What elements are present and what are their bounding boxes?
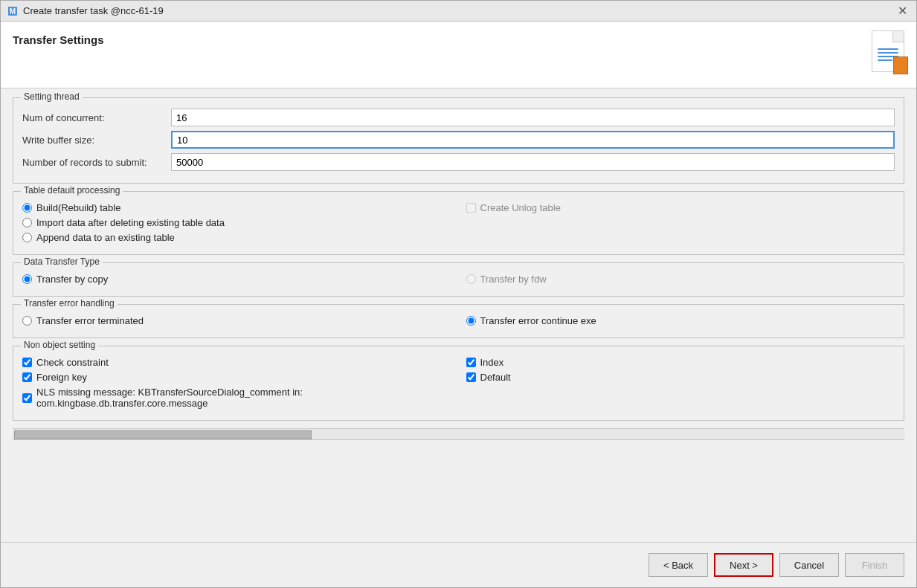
section-setting-thread: Setting thread Num of concurrent: Write …: [13, 97, 904, 184]
horizontal-scrollbar[interactable]: [13, 428, 904, 440]
default-input[interactable]: [466, 372, 476, 382]
radio-append-input[interactable]: [22, 233, 32, 242]
nls-message-input[interactable]: [22, 393, 32, 403]
title-bar-left: M Create transfer task @ncc-61-19: [7, 5, 164, 17]
num-records-row: Number of records to submit:: [22, 153, 895, 171]
dialog-title: Create transfer task @ncc-61-19: [23, 5, 164, 16]
checkbox-foreign-key[interactable]: Foreign key: [22, 372, 451, 383]
checkbox-nls-message[interactable]: NLS missing message: KBTransferSourceDia…: [22, 387, 451, 409]
section-non-object: Non object setting Check constraint Fore…: [13, 346, 904, 421]
radio-transfer-fdw: Transfer by fdw: [466, 274, 547, 285]
num-records-label: Number of records to submit:: [22, 157, 171, 168]
cancel-button[interactable]: Cancel: [779, 553, 839, 577]
app-icon: M: [7, 5, 19, 17]
section-error-handling-label: Transfer error handling: [21, 298, 118, 308]
radio-error-continue[interactable]: Transfer error continue exe: [466, 315, 596, 326]
create-unlog-row: Create Unlog table: [466, 202, 561, 213]
write-buffer-input[interactable]: [171, 131, 895, 149]
num-concurrent-input[interactable]: [171, 109, 895, 126]
title-bar: M Create transfer task @ncc-61-19 ✕: [1, 1, 916, 22]
section-transfer-type: Data Transfer Type Transfer by copy Tran…: [13, 262, 904, 297]
section-error-handling: Transfer error handling Transfer error t…: [13, 304, 904, 338]
index-input[interactable]: [466, 358, 476, 367]
radio-transfer-copy-label: Transfer by copy: [36, 274, 108, 285]
create-unlog-label: Create Unlog table: [480, 202, 561, 213]
error-handling-left: Transfer error terminated: [22, 315, 451, 330]
radio-append-label: Append data to an existing table: [36, 232, 175, 243]
dialog-footer: < Back Next > Cancel Finish: [1, 542, 916, 587]
transfer-type-left: Transfer by copy: [22, 274, 451, 288]
next-button[interactable]: Next >: [714, 553, 773, 577]
radio-import-delete-input[interactable]: [22, 218, 32, 227]
page-title: Transfer Settings: [13, 33, 104, 46]
radio-transfer-copy[interactable]: Transfer by copy: [22, 274, 451, 285]
create-unlog-col: Create Unlog table: [451, 202, 895, 213]
radio-build-rebuild-label: Build(Rebuild) table: [36, 202, 120, 213]
index-label: Index: [480, 357, 504, 368]
num-records-input[interactable]: [171, 153, 895, 171]
finish-button[interactable]: Finish: [845, 553, 904, 577]
foreign-key-label: Foreign key: [36, 372, 87, 383]
section-setting-thread-label: Setting thread: [21, 91, 83, 102]
radio-error-terminated[interactable]: Transfer error terminated: [22, 315, 451, 326]
non-object-right: Index Default: [451, 357, 895, 387]
radio-build-rebuild-input[interactable]: [22, 203, 32, 213]
radio-build-rebuild[interactable]: Build(Rebuild) table: [22, 202, 451, 213]
write-buffer-label: Write buffer size:: [22, 135, 171, 146]
radio-append[interactable]: Append data to an existing table: [22, 232, 451, 243]
back-button[interactable]: < Back: [649, 553, 708, 577]
radio-transfer-copy-input[interactable]: [22, 274, 32, 284]
radio-transfer-fdw-input: [466, 274, 476, 284]
foreign-key-input[interactable]: [22, 372, 32, 382]
dialog-header: Transfer Settings: [1, 22, 916, 88]
section-table-processing: Table default processing Build(Rebuild) …: [13, 191, 904, 255]
dialog-content: Setting thread Num of concurrent: Write …: [1, 88, 916, 542]
section-non-object-label: Non object setting: [21, 340, 98, 350]
non-object-left: Check constraint Foreign key NLS missing…: [22, 357, 451, 413]
radio-import-delete-label: Import data after deleting existing tabl…: [36, 217, 225, 228]
error-handling-right: Transfer error continue exe: [451, 315, 895, 326]
radio-error-continue-label: Transfer error continue exe: [480, 315, 596, 326]
checkbox-check-constraint[interactable]: Check constraint: [22, 357, 451, 368]
svg-text:M: M: [10, 7, 16, 16]
dialog-window: M Create transfer task @ncc-61-19 ✕ Tran…: [0, 0, 917, 588]
radio-error-continue-input[interactable]: [466, 316, 476, 326]
table-processing-options: Build(Rebuild) table Import data after d…: [22, 202, 451, 247]
create-unlog-checkbox: [466, 203, 476, 213]
num-concurrent-row: Num of concurrent:: [22, 109, 895, 126]
write-buffer-row: Write buffer size:: [22, 131, 895, 149]
check-constraint-input[interactable]: [22, 358, 32, 367]
check-constraint-label: Check constraint: [36, 357, 109, 368]
scrollbar-thumb[interactable]: [14, 430, 312, 439]
section-transfer-type-label: Data Transfer Type: [21, 256, 103, 267]
checkbox-default[interactable]: Default: [466, 372, 511, 383]
header-icon: [872, 30, 904, 72]
checkbox-index[interactable]: Index: [466, 357, 504, 368]
radio-error-terminated-input[interactable]: [22, 316, 32, 326]
default-label: Default: [480, 372, 511, 383]
close-button[interactable]: ✕: [895, 5, 910, 17]
scrollbar-track: [13, 429, 904, 439]
nls-message-label: NLS missing message: KBTransferSourceDia…: [36, 387, 451, 409]
radio-error-terminated-label: Transfer error terminated: [36, 315, 144, 326]
num-concurrent-label: Num of concurrent:: [22, 112, 171, 123]
section-table-processing-label: Table default processing: [21, 185, 123, 196]
radio-transfer-fdw-label: Transfer by fdw: [480, 274, 547, 285]
radio-import-delete[interactable]: Import data after deleting existing tabl…: [22, 217, 451, 228]
transfer-type-right: Transfer by fdw: [451, 274, 895, 285]
